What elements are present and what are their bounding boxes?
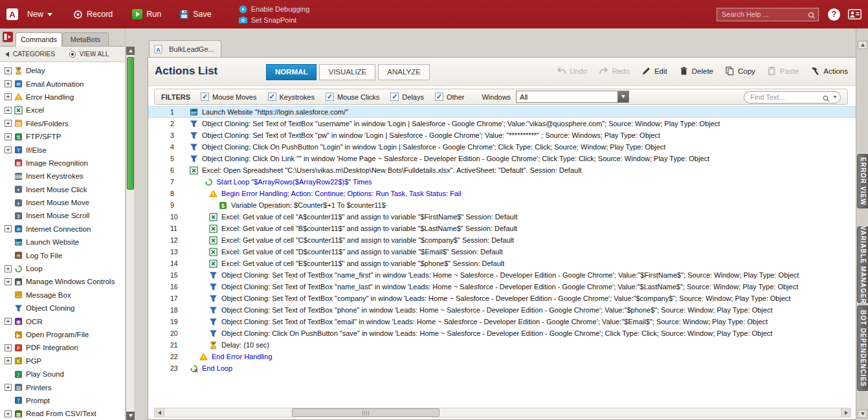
sidebar-item-pdf-integration[interactable]: +PPDF Integration (0, 341, 125, 354)
tab-commands[interactable]: Commands (16, 32, 62, 47)
checkbox-keystrokes[interactable]: ✓ (268, 93, 276, 101)
save-button[interactable]: Save (179, 10, 212, 19)
checkbox-mouse-moves[interactable]: ✓ (201, 93, 209, 101)
action-row[interactable]: 5Object Cloning: Click On Link "" in win… (148, 153, 856, 164)
tab-metabots[interactable]: MetaBots (62, 32, 109, 47)
action-row[interactable]: 7Start Loop "$ArrayRows($ArrayRow22$)$" … (148, 176, 856, 188)
action-row[interactable]: 6Excel: Open Spreadsheet "C:\Users\vikas… (148, 164, 856, 176)
delete-button[interactable]: Delete (679, 66, 713, 76)
action-row[interactable]: 8Begin Error Handling; Action: Continue;… (148, 188, 856, 199)
checkbox-other[interactable]: ✓ (435, 93, 443, 101)
search-icon[interactable] (808, 10, 816, 22)
sidebar-item-delay[interactable]: +Delay (0, 64, 125, 77)
record-button[interactable]: Record (73, 10, 113, 19)
expand-icon[interactable]: + (5, 318, 12, 325)
sidebar-item-insert-mouse-move[interactable]: +Insert Mouse Move (0, 196, 125, 209)
set-snappoint-button[interactable]: Set SnapPoint (239, 16, 310, 24)
panel-tab-error-view[interactable]: ERROR VIEW (857, 154, 868, 208)
sidebar-item-read-from-csv-text[interactable]: +▦Read From CSV/Text (0, 407, 125, 420)
sidebar-item-log-to-file[interactable]: ≡Log To File (0, 249, 125, 261)
sidebar-item-printers[interactable]: +▥Printers (0, 381, 125, 393)
action-row[interactable]: 9$Variable Operation: $Counter$+1 To $co… (148, 199, 856, 211)
sidebar-item-insert-mouse-scroll[interactable]: ⇕Insert Mouse Scroll (0, 209, 125, 222)
expand-icon[interactable]: + (5, 265, 12, 272)
scroll-right-icon[interactable] (841, 408, 851, 417)
action-row[interactable]: 11Excel: Get value of cell "B$counter11$… (148, 223, 856, 234)
sidebar-item-prompt[interactable]: ?Prompt (0, 394, 125, 407)
sidebar-item-message-box[interactable]: …Message Box (0, 289, 125, 302)
sidebar-item-insert-mouse-click[interactable]: ⌖Insert Mouse Click (0, 183, 125, 196)
expand-icon[interactable]: + (5, 93, 12, 100)
action-row[interactable]: 17Object Cloning: Set Text of TextBox "c… (148, 293, 856, 304)
action-row[interactable]: 1Launch Website "https://login.salesforc… (148, 106, 856, 118)
action-row[interactable]: 13Excel: Get value of cell "D$counter11$… (148, 246, 856, 258)
scrollbar-thumb[interactable] (127, 57, 134, 190)
run-button[interactable]: Run (132, 9, 161, 19)
sidebar-scrollbar[interactable] (126, 47, 134, 420)
scroll-left-icon[interactable] (155, 408, 164, 417)
filter-mouse-clicks[interactable]: ✓Mouse Clicks (326, 93, 379, 101)
sidebar-item-excel[interactable]: +Excel (0, 104, 125, 116)
sidebar-item-manage-windows-controls[interactable]: +▣Manage Windows Controls (0, 275, 125, 288)
windows-dropdown[interactable]: All (516, 91, 629, 103)
copy-button[interactable]: Copy (725, 66, 755, 76)
expand-icon[interactable]: + (5, 278, 12, 285)
action-row[interactable]: 14Excel: Get value of cell "E$counter11$… (148, 258, 856, 269)
scroll-down-icon[interactable] (858, 410, 867, 418)
action-row[interactable]: 20Object Cloning: Click On PushButton "s… (148, 327, 856, 339)
expand-icon[interactable]: + (5, 344, 12, 351)
chevron-down-icon[interactable] (47, 13, 52, 16)
horizontal-scrollbar[interactable] (154, 408, 851, 417)
edit-button[interactable]: Edit (641, 66, 667, 76)
expand-icon[interactable]: + (5, 120, 12, 127)
tab-analyze[interactable]: ANALYZE (378, 64, 430, 80)
actions-button[interactable]: Actions (810, 66, 848, 76)
action-row[interactable]: 12Excel: Get value of cell "C$counter11$… (148, 234, 856, 246)
user-card-icon[interactable] (848, 9, 862, 19)
sidebar-item-launch-website[interactable]: Launch Website (0, 236, 125, 249)
action-row[interactable]: 22End Error Handling (148, 351, 856, 362)
expand-icon[interactable]: + (5, 146, 12, 153)
sidebar-item-insert-keystrokes[interactable]: ⌨Insert Keystrokes (0, 170, 125, 182)
help-button[interactable]: ? (828, 8, 840, 21)
expand-icon[interactable]: + (5, 107, 12, 114)
action-row[interactable]: 16Object Cloning: Set Text of TextBox "n… (148, 281, 856, 293)
action-row[interactable]: 18Object Cloning: Set Text of TextBox "p… (148, 304, 856, 316)
sidebar-item-email-automation[interactable]: +✉Email Automation (0, 77, 125, 90)
expand-icon[interactable]: + (5, 225, 12, 232)
back-arrow-icon[interactable] (5, 52, 9, 57)
sidebar-item-open-program-file[interactable]: ▶Open Program/File (0, 328, 125, 341)
expand-icon[interactable]: + (5, 80, 12, 87)
expand-icon[interactable]: + (5, 357, 12, 364)
action-row[interactable]: 23End Loop (148, 362, 856, 374)
scroll-up-icon[interactable] (858, 41, 867, 49)
action-row[interactable]: 10Excel: Get value of cell "A$counter11$… (148, 211, 856, 223)
chevron-down-icon[interactable] (618, 91, 629, 102)
expand-icon[interactable]: + (5, 410, 12, 417)
enable-debugging-button[interactable]: Enable Debugging (239, 5, 310, 14)
expand-icon[interactable]: + (5, 384, 12, 391)
expand-icon[interactable]: + (5, 133, 12, 140)
sidebar-item-loop[interactable]: +Loop (0, 262, 125, 275)
action-row[interactable]: 15Object Cloning: Set Text of TextBox "n… (148, 269, 856, 281)
tab-visualize[interactable]: VISUALIZE (319, 64, 375, 80)
search-icon[interactable] (823, 93, 830, 105)
filter-other[interactable]: ✓Other (435, 93, 465, 101)
tab-bulkleadge[interactable]: A BulkLeadGe... (149, 40, 221, 58)
view-all-radio[interactable] (69, 51, 76, 58)
sidebar-item-object-cloning[interactable]: Object Cloning (0, 302, 125, 315)
sidebar-item-image-recognition[interactable]: ▦Image Recognition (0, 157, 125, 170)
tab-normal[interactable]: NORMAL (266, 64, 317, 80)
sidebar-item-ftp-sftp[interactable]: +⇅FTP/SFTP (0, 130, 125, 143)
scroll-up-icon[interactable] (126, 47, 135, 55)
search-help-input[interactable] (717, 8, 819, 21)
sidebar-item-internet-connection[interactable]: +⊕Internet Connection (0, 223, 125, 236)
filter-keystrokes[interactable]: ✓Keystrokes (268, 93, 315, 101)
categories-button[interactable]: CATEGORIES (13, 50, 55, 58)
action-row[interactable]: 3Object Cloning: Set Text of TextBox "pw… (148, 129, 856, 141)
scroll-down-icon[interactable] (126, 412, 135, 420)
checkbox-mouse-clicks[interactable]: ✓ (326, 93, 334, 101)
panel-tab-variable-manager[interactable]: VARIABLE MANAGER (857, 227, 868, 303)
filter-mouse-moves[interactable]: ✓Mouse Moves (201, 93, 256, 101)
sidebar-item-pgp[interactable]: +KPGP (0, 355, 125, 368)
